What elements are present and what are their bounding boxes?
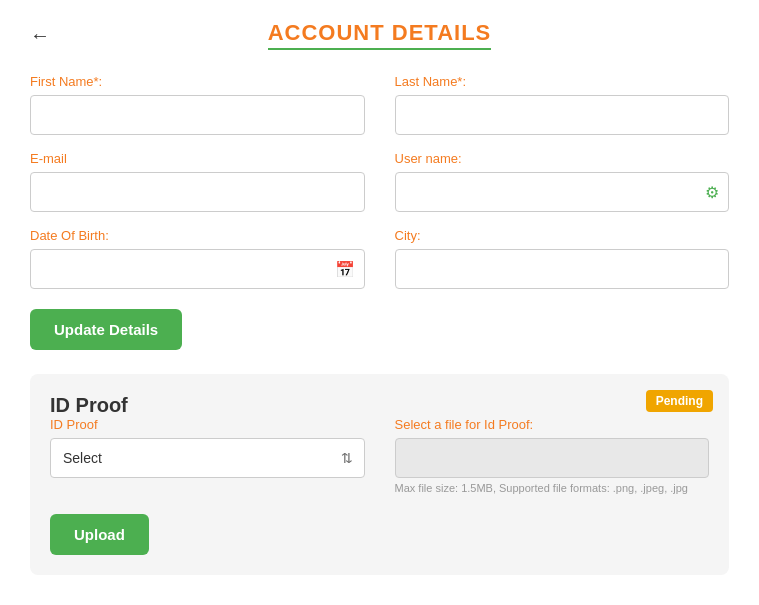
file-upload-group: Select a file for Id Proof: Max file siz… — [395, 417, 710, 494]
email-input[interactable] — [30, 172, 365, 212]
id-proof-grid: ID Proof Select Passport Driving License… — [50, 417, 709, 494]
username-input[interactable] — [395, 172, 730, 212]
id-proof-section: ID Proof Pending ID Proof Select Passpor… — [30, 374, 729, 575]
id-proof-title: ID Proof — [50, 394, 128, 416]
last-name-label: Last Name*: — [395, 74, 730, 89]
page-title: ACCOUNT DETAILS — [268, 20, 492, 50]
username-label: User name: — [395, 151, 730, 166]
back-button[interactable]: ← — [30, 24, 50, 47]
id-proof-select-label: ID Proof — [50, 417, 365, 432]
pending-badge: Pending — [646, 390, 713, 412]
first-name-group: First Name*: — [30, 74, 365, 135]
city-label: City: — [395, 228, 730, 243]
first-name-label: First Name*: — [30, 74, 365, 89]
account-form: First Name*: Last Name*: E-mail User nam… — [30, 74, 729, 289]
city-group: City: — [395, 228, 730, 289]
id-proof-select-wrapper: Select Passport Driving License National… — [50, 438, 365, 478]
dob-input-wrapper: 📅 — [30, 249, 365, 289]
header: ← ACCOUNT DETAILS — [30, 20, 729, 50]
update-details-button[interactable]: Update Details — [30, 309, 182, 350]
last-name-group: Last Name*: — [395, 74, 730, 135]
dob-group: Date Of Birth: 📅 — [30, 228, 365, 289]
dob-input[interactable] — [30, 249, 365, 289]
email-group: E-mail — [30, 151, 365, 212]
id-proof-select[interactable]: Select Passport Driving License National… — [50, 438, 365, 478]
file-input-wrapper[interactable] — [395, 438, 710, 478]
upload-button[interactable]: Upload — [50, 514, 149, 555]
id-proof-select-group: ID Proof Select Passport Driving License… — [50, 417, 365, 494]
settings-icon: ⚙ — [705, 183, 719, 202]
dob-label: Date Of Birth: — [30, 228, 365, 243]
username-group: User name: ⚙ — [395, 151, 730, 212]
city-input[interactable] — [395, 249, 730, 289]
first-name-input[interactable] — [30, 95, 365, 135]
file-upload-label: Select a file for Id Proof: — [395, 417, 710, 432]
username-input-wrapper: ⚙ — [395, 172, 730, 212]
file-hint: Max file size: 1.5MB, Supported file for… — [395, 482, 710, 494]
last-name-input[interactable] — [395, 95, 730, 135]
email-label: E-mail — [30, 151, 365, 166]
